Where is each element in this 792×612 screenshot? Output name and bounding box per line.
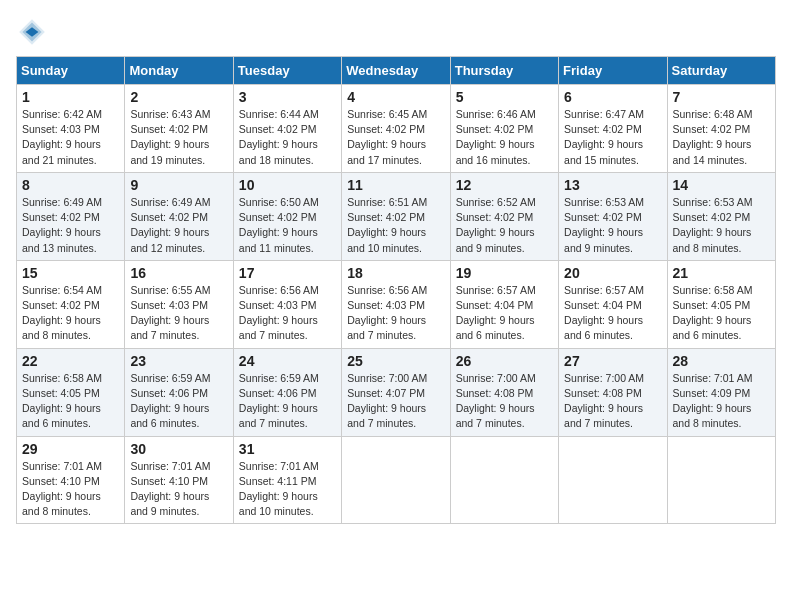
sunrise-label: Sunrise: 6:58 AM [22,372,102,384]
header-friday: Friday [559,57,667,85]
daylight-label: Daylight: 9 hours and 9 minutes. [456,226,535,253]
day-info: Sunrise: 6:53 AM Sunset: 4:02 PM Dayligh… [564,195,661,256]
day-info: Sunrise: 6:51 AM Sunset: 4:02 PM Dayligh… [347,195,444,256]
day-info: Sunrise: 7:01 AM Sunset: 4:09 PM Dayligh… [673,371,770,432]
day-number: 27 [564,353,661,369]
day-info: Sunrise: 7:00 AM Sunset: 4:08 PM Dayligh… [456,371,553,432]
sunset-label: Sunset: 4:03 PM [239,299,317,311]
sunset-label: Sunset: 4:09 PM [673,387,751,399]
day-number: 19 [456,265,553,281]
sunrise-label: Sunrise: 7:00 AM [456,372,536,384]
logo [16,16,52,48]
day-number: 29 [22,441,119,457]
sunset-label: Sunset: 4:07 PM [347,387,425,399]
day-number: 4 [347,89,444,105]
calendar-cell: 16 Sunrise: 6:55 AM Sunset: 4:03 PM Dayl… [125,260,233,348]
day-info: Sunrise: 6:54 AM Sunset: 4:02 PM Dayligh… [22,283,119,344]
sunset-label: Sunset: 4:04 PM [564,299,642,311]
calendar-cell: 20 Sunrise: 6:57 AM Sunset: 4:04 PM Dayl… [559,260,667,348]
day-info: Sunrise: 6:59 AM Sunset: 4:06 PM Dayligh… [130,371,227,432]
day-info: Sunrise: 7:00 AM Sunset: 4:07 PM Dayligh… [347,371,444,432]
daylight-label: Daylight: 9 hours and 6 minutes. [564,314,643,341]
calendar-cell: 27 Sunrise: 7:00 AM Sunset: 4:08 PM Dayl… [559,348,667,436]
day-number: 30 [130,441,227,457]
calendar-cell: 22 Sunrise: 6:58 AM Sunset: 4:05 PM Dayl… [17,348,125,436]
sunrise-label: Sunrise: 6:59 AM [130,372,210,384]
day-number: 26 [456,353,553,369]
header-tuesday: Tuesday [233,57,341,85]
day-info: Sunrise: 7:01 AM Sunset: 4:10 PM Dayligh… [22,459,119,520]
calendar-cell: 21 Sunrise: 6:58 AM Sunset: 4:05 PM Dayl… [667,260,775,348]
daylight-label: Daylight: 9 hours and 8 minutes. [673,402,752,429]
daylight-label: Daylight: 9 hours and 17 minutes. [347,138,426,165]
sunrise-label: Sunrise: 6:59 AM [239,372,319,384]
sunrise-label: Sunrise: 6:52 AM [456,196,536,208]
sunset-label: Sunset: 4:08 PM [456,387,534,399]
day-number: 1 [22,89,119,105]
sunset-label: Sunset: 4:02 PM [564,123,642,135]
calendar-cell: 9 Sunrise: 6:49 AM Sunset: 4:02 PM Dayli… [125,172,233,260]
sunrise-label: Sunrise: 6:53 AM [673,196,753,208]
daylight-label: Daylight: 9 hours and 18 minutes. [239,138,318,165]
day-number: 18 [347,265,444,281]
header [16,16,776,48]
sunrise-label: Sunrise: 6:46 AM [456,108,536,120]
day-info: Sunrise: 6:56 AM Sunset: 4:03 PM Dayligh… [347,283,444,344]
day-number: 7 [673,89,770,105]
calendar-header-row: SundayMondayTuesdayWednesdayThursdayFrid… [17,57,776,85]
header-thursday: Thursday [450,57,558,85]
day-number: 15 [22,265,119,281]
calendar-cell: 4 Sunrise: 6:45 AM Sunset: 4:02 PM Dayli… [342,85,450,173]
daylight-label: Daylight: 9 hours and 16 minutes. [456,138,535,165]
calendar-cell: 11 Sunrise: 6:51 AM Sunset: 4:02 PM Dayl… [342,172,450,260]
sunrise-label: Sunrise: 6:55 AM [130,284,210,296]
sunset-label: Sunset: 4:08 PM [564,387,642,399]
daylight-label: Daylight: 9 hours and 9 minutes. [564,226,643,253]
header-wednesday: Wednesday [342,57,450,85]
daylight-label: Daylight: 9 hours and 6 minutes. [22,402,101,429]
sunset-label: Sunset: 4:05 PM [22,387,100,399]
calendar-cell: 15 Sunrise: 6:54 AM Sunset: 4:02 PM Dayl… [17,260,125,348]
day-info: Sunrise: 6:49 AM Sunset: 4:02 PM Dayligh… [22,195,119,256]
sunset-label: Sunset: 4:02 PM [456,123,534,135]
sunrise-label: Sunrise: 6:56 AM [239,284,319,296]
calendar-cell: 7 Sunrise: 6:48 AM Sunset: 4:02 PM Dayli… [667,85,775,173]
sunset-label: Sunset: 4:03 PM [130,299,208,311]
day-number: 22 [22,353,119,369]
sunrise-label: Sunrise: 7:00 AM [347,372,427,384]
calendar-cell: 25 Sunrise: 7:00 AM Sunset: 4:07 PM Dayl… [342,348,450,436]
day-info: Sunrise: 6:56 AM Sunset: 4:03 PM Dayligh… [239,283,336,344]
sunrise-label: Sunrise: 6:48 AM [673,108,753,120]
calendar-cell: 3 Sunrise: 6:44 AM Sunset: 4:02 PM Dayli… [233,85,341,173]
day-number: 8 [22,177,119,193]
day-info: Sunrise: 6:45 AM Sunset: 4:02 PM Dayligh… [347,107,444,168]
day-number: 9 [130,177,227,193]
sunset-label: Sunset: 4:02 PM [130,123,208,135]
sunrise-label: Sunrise: 6:54 AM [22,284,102,296]
sunrise-label: Sunrise: 7:01 AM [130,460,210,472]
daylight-label: Daylight: 9 hours and 8 minutes. [22,314,101,341]
day-number: 14 [673,177,770,193]
sunrise-label: Sunrise: 7:01 AM [673,372,753,384]
sunrise-label: Sunrise: 6:49 AM [22,196,102,208]
sunset-label: Sunset: 4:02 PM [347,123,425,135]
sunset-label: Sunset: 4:06 PM [130,387,208,399]
day-number: 17 [239,265,336,281]
calendar-cell: 8 Sunrise: 6:49 AM Sunset: 4:02 PM Dayli… [17,172,125,260]
day-number: 5 [456,89,553,105]
calendar-week-row: 8 Sunrise: 6:49 AM Sunset: 4:02 PM Dayli… [17,172,776,260]
daylight-label: Daylight: 9 hours and 21 minutes. [22,138,101,165]
calendar-cell: 17 Sunrise: 6:56 AM Sunset: 4:03 PM Dayl… [233,260,341,348]
calendar-cell: 19 Sunrise: 6:57 AM Sunset: 4:04 PM Dayl… [450,260,558,348]
calendar-cell: 1 Sunrise: 6:42 AM Sunset: 4:03 PM Dayli… [17,85,125,173]
daylight-label: Daylight: 9 hours and 7 minutes. [239,314,318,341]
calendar-cell: 5 Sunrise: 6:46 AM Sunset: 4:02 PM Dayli… [450,85,558,173]
daylight-label: Daylight: 9 hours and 13 minutes. [22,226,101,253]
calendar-cell: 6 Sunrise: 6:47 AM Sunset: 4:02 PM Dayli… [559,85,667,173]
sunrise-label: Sunrise: 6:49 AM [130,196,210,208]
calendar: SundayMondayTuesdayWednesdayThursdayFrid… [16,56,776,524]
sunrise-label: Sunrise: 6:51 AM [347,196,427,208]
calendar-cell: 18 Sunrise: 6:56 AM Sunset: 4:03 PM Dayl… [342,260,450,348]
calendar-week-row: 22 Sunrise: 6:58 AM Sunset: 4:05 PM Dayl… [17,348,776,436]
day-number: 28 [673,353,770,369]
